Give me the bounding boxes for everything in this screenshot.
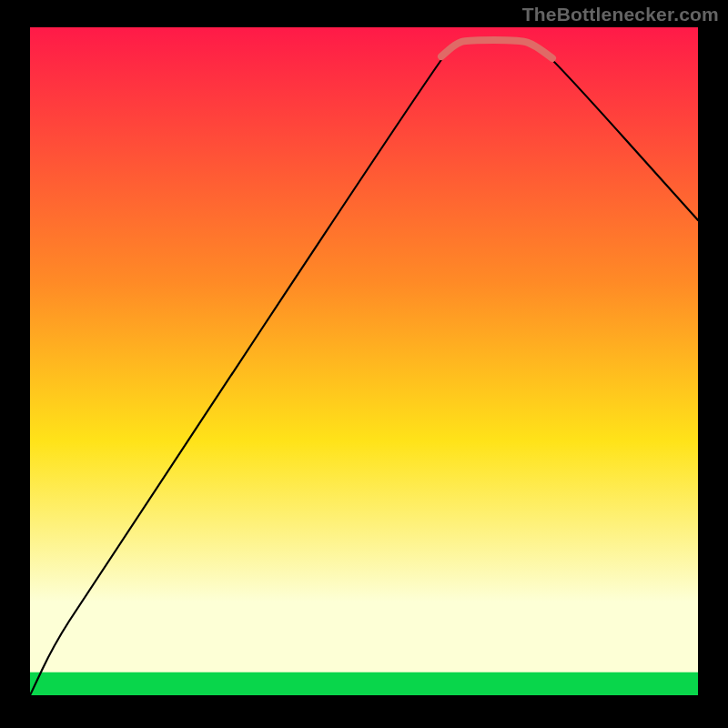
chart-svg xyxy=(30,27,698,695)
chart-plot-area xyxy=(30,27,698,695)
watermark-text: TheBottlenecker.com xyxy=(522,4,719,25)
chart-background xyxy=(30,27,698,695)
